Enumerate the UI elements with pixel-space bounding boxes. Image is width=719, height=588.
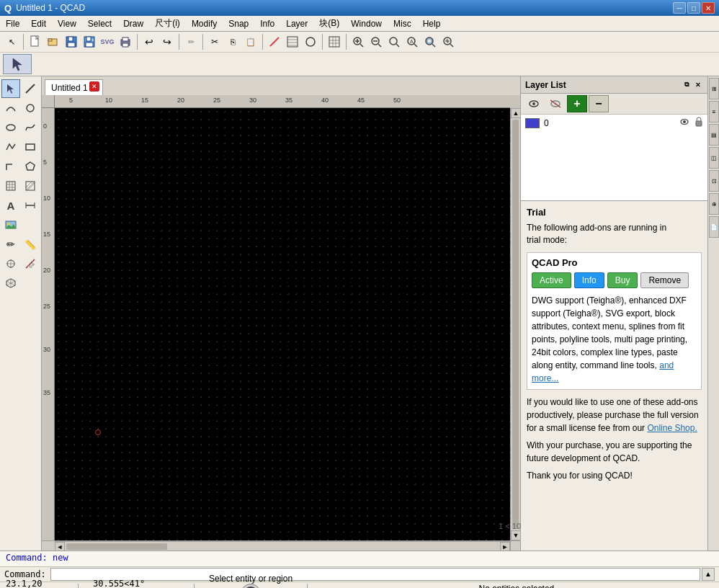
layer-lock[interactable] [695,117,703,129]
scroll-thumb-v[interactable] [512,120,519,529]
menu-misc[interactable]: Misc [388,16,417,31]
tool-zoom-fit[interactable]: A [403,33,421,50]
layer-float-button[interactable]: ⧉ [682,80,692,90]
side-icon-5[interactable]: ⊡ [709,170,719,192]
tool-zoom-window[interactable] [421,33,439,50]
tool-print[interactable] [117,33,134,50]
select-pointer[interactable] [3,54,32,74]
right-panel: Layer List ⧉ ✕ + − 0 [520,76,707,551]
layer-add-btn[interactable]: + [567,95,587,112]
tool-save[interactable] [63,33,80,50]
btn-info[interactable]: Info [574,272,604,288]
layer-show-all-btn[interactable] [524,95,544,112]
side-icon-2[interactable]: ≡ [709,101,719,122]
side-icon-1[interactable]: ⊞ [709,78,719,99]
command-output: Command: new [0,551,719,567]
tool-paste[interactable]: 📋 [242,33,259,50]
tool-cut[interactable]: ✂ [206,33,223,50]
tool-select[interactable]: ↖ [3,33,20,50]
btn-remove[interactable]: Remove [640,272,689,288]
scroll-down-arrow[interactable]: ▼ [511,530,520,540]
tab-untitled1[interactable]: Untitled 1 ✕ [45,79,103,95]
tool-rectangle-draw[interactable] [21,138,40,156]
tool-text-draw[interactable]: A [1,196,20,215]
features-more-link[interactable]: and more... [532,360,674,383]
tool-copy[interactable]: ⎘ [224,33,241,50]
tool-undo[interactable]: ↩ [140,33,158,50]
tool-hatch-draw[interactable] [21,177,40,195]
menu-modify[interactable]: Modify [186,16,223,31]
tool-polygon[interactable] [21,157,40,176]
tool-svg[interactable]: SVG [99,33,116,50]
tool-circle[interactable] [302,33,319,50]
canvas-area[interactable] [55,108,510,540]
menu-window[interactable]: Window [345,16,388,31]
tool-measure-ruler[interactable]: 📏 [21,235,40,254]
drawing-canvas[interactable] [55,108,510,540]
tool-zoom-out[interactable] [367,33,385,50]
side-icon-4[interactable]: ◫ [709,147,719,169]
tool-redo[interactable]: ↪ [158,33,176,50]
menu-block[interactable]: 块(B) [313,16,345,31]
menu-edit[interactable]: Edit [25,16,52,31]
tool-grid[interactable] [326,33,343,50]
scroll-right-arrow[interactable]: ► [500,542,510,551]
vertical-scrollbar[interactable]: ▲ ▼ [510,108,520,540]
btn-buy[interactable]: Buy [607,272,638,288]
layer-eye[interactable] [679,117,690,128]
tool-move[interactable] [21,254,40,273]
scroll-thumb-h[interactable] [66,543,167,550]
menu-info[interactable]: Info [254,16,280,31]
menu-view[interactable]: View [52,16,82,31]
menu-select[interactable]: Select [82,16,117,31]
command-expand-button[interactable]: ▲ [702,568,715,581]
tool-snap-point[interactable] [1,254,20,273]
tool-circle-draw[interactable] [21,99,40,117]
tool-save-as[interactable]: + [81,33,98,50]
tab-close-button[interactable]: ✕ [89,81,99,92]
btn-active[interactable]: Active [532,272,571,288]
menu-help[interactable]: Help [417,16,447,31]
tool-edit[interactable]: ✏ [182,33,200,50]
layer-remove-btn[interactable]: − [589,95,609,112]
maximize-button[interactable]: □ [687,2,700,14]
svg-marker-44 [13,58,22,71]
tool-arrow[interactable] [1,79,20,98]
online-shop-link[interactable]: Online Shop. [647,423,697,433]
tool-zoom-extra[interactable] [439,33,457,50]
menu-dimension[interactable]: 尺寸(i) [149,16,186,31]
tool-draw[interactable] [266,33,283,50]
menu-draw[interactable]: Draw [117,16,149,31]
horizontal-scrollbar[interactable]: ◄ ► [55,541,510,551]
side-icon-7[interactable]: 📄 [709,216,719,238]
tool-new[interactable] [27,33,44,50]
menu-layer[interactable]: Layer [280,16,313,31]
tool-pattern[interactable] [1,177,20,195]
tool-polyline-draw[interactable] [1,138,20,156]
minimize-button[interactable]: ─ [673,2,686,14]
tool-dim-draw[interactable] [21,196,40,215]
tool-chamfer[interactable] [1,157,20,176]
close-button[interactable]: ✕ [702,2,715,14]
tool-spline-draw[interactable] [21,118,40,137]
menu-file[interactable]: File [0,16,25,31]
layer-close-button[interactable]: ✕ [693,80,703,90]
layer-hide-all-btn[interactable] [545,95,566,112]
scroll-left-arrow[interactable]: ◄ [55,542,65,551]
tool-ellipse-draw[interactable] [1,118,20,137]
tool-image-insert[interactable] [1,215,20,234]
side-icon-3[interactable]: ▤ [709,124,719,146]
tool-open[interactable] [45,33,62,50]
tool-line-draw[interactable] [21,79,40,98]
side-icon-6[interactable]: ⊕ [709,193,719,215]
layer-item-0[interactable]: 0 [521,115,707,131]
tool-3d[interactable] [1,274,20,293]
tool-zoom-in[interactable] [349,33,367,50]
tool-arc-draw[interactable] [1,99,20,117]
tool-pencil-draw[interactable]: ✏ [1,235,20,254]
svg-line-37 [432,44,435,47]
menu-snap[interactable]: Snap [223,16,254,31]
scroll-up-arrow[interactable]: ▲ [511,108,520,118]
tool-hatch[interactable] [284,33,301,50]
tool-zoom-prev[interactable] [385,33,403,50]
